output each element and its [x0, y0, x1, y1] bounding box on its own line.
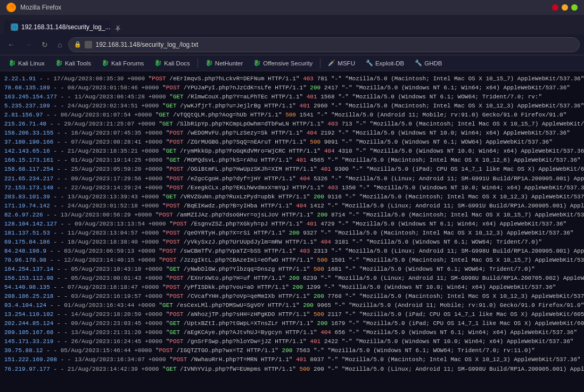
kali-tools-icon: 🐉 — [55, 60, 63, 66]
log-line: 171.19.74.142 - - 24/Aug/2023:01:52:18 +… — [4, 202, 580, 211]
bookmarks-bar: 🐉 Kali Linux 🐉 Kali Tools 🐉 Kali Forums … — [0, 55, 584, 71]
bookmark-nethunter[interactable]: 🐉 NetHunter — [201, 58, 247, 68]
lock-icon: 🔒 — [74, 41, 81, 48]
bookmark-msfu[interactable]: 🗡️ MSFU — [324, 58, 359, 68]
nethunter-icon: 🐉 — [205, 60, 213, 66]
bookmark-offensive-security[interactable]: 🐉 Offensive Security — [249, 58, 317, 68]
log-line: 37.180.190.166 - - 07/Aug/2023:00:28:41 … — [4, 138, 580, 147]
log-line: 128.104.142.127 - - 09/Aug/2023:13:13:54… — [4, 220, 580, 229]
bookmark-kali-forums[interactable]: 🐉 Kali Forums — [97, 58, 148, 68]
log-line: 78.68.135.189 - - 08/Aug/2023:01:58:46 +… — [4, 84, 580, 93]
url-bar[interactable]: 🔒 192.168.31.148/security_log_/log.txt — [68, 37, 580, 52]
maximize-button[interactable] — [571, 4, 578, 11]
log-line: 142.143.65.16 - - 21/Aug/2023:18:35:21 +… — [4, 147, 580, 156]
log-line: 145.171.33.219 - - 26/Aug/2023:16:24:45 … — [4, 337, 580, 346]
reload-button[interactable]: ↻ — [38, 38, 51, 51]
log-line: 72.153.173.148 - - 22/Aug/2023:14:29:24 … — [4, 184, 580, 193]
back-button[interactable]: ← — [4, 38, 18, 51]
kali-forums-icon: 🐉 — [102, 60, 109, 66]
log-line: 93.4.104.124 - - 01/Aug/2023:16:43:44 +0… — [4, 301, 580, 310]
forward-button[interactable]: → — [21, 38, 35, 51]
log-line: 156.153.112.98 - - 05/Aug/2023:00:01:43 … — [4, 274, 580, 283]
log-line: 2.22.1.91 - - 17/Aug/2023:08:35:30 +0000… — [4, 74, 580, 84]
exploit-db-icon: 🔧 — [366, 60, 373, 66]
bookmark-exploit-db[interactable]: 🔧 Exploit-DB — [361, 58, 408, 68]
minimize-button[interactable] — [562, 4, 568, 11]
log-line: 70.96.178.98 - - 12/Aug/2023:14:40:15 +0… — [4, 256, 580, 265]
title-bar-left: Mozilla Firefox — [6, 3, 61, 12]
bookmark-msfu-label: MSFU — [338, 60, 355, 66]
nav-bar: ← → ↻ ⌂ 🔒 192.168.31.148/security_log_/l… — [0, 34, 584, 55]
bookmark-kali-docs-label: Kali Docs — [164, 60, 190, 66]
bookmark-separator-1 — [198, 59, 198, 68]
log-line: 13.254.110.102 - - 14/Aug/2023:18:20:59 … — [4, 310, 580, 319]
tab-bar: 🌐 192.168.31.148/security_log_... ✕ + — [0, 15, 584, 34]
title-bar: Mozilla Firefox — [0, 0, 584, 15]
bookmark-ghdb-label: GHDB — [424, 60, 442, 66]
bookmark-nethunter-label: NetHunter — [215, 60, 243, 66]
firefox-logo-icon — [6, 3, 16, 12]
log-line: 151.222.169.208 - - 13/Aug/2023:16:34:07… — [4, 355, 580, 364]
tab-label: 192.168.31.148/security_log_... — [21, 23, 110, 31]
log-line: 2.81.156.97 - - 06/Aug/2023:01:07:54 +00… — [4, 111, 580, 120]
log-line: 54.140.98.135 - - 07/Aug/2023:18:18:47 +… — [4, 283, 580, 292]
bookmark-kali-linux-label: Kali Linux — [18, 60, 45, 66]
msfu-icon: 🗡️ — [328, 60, 335, 66]
log-line: 69.175.84.186 - - 18/Aug/2023:18:38:40 +… — [4, 238, 580, 247]
new-tab-button[interactable]: + — [111, 24, 125, 34]
title-bar-controls[interactable] — [552, 4, 578, 11]
log-line: 76.219.97.177 - - 21/Aug/2023:14:42:39 +… — [4, 365, 580, 374]
url-favicon-icon — [85, 41, 92, 48]
log-line: 5.235.237.109 - - 24/Aug/2023:02:34:51 +… — [4, 102, 580, 111]
tab-current[interactable]: 🌐 192.168.31.148/security_log_... ✕ — [4, 20, 111, 34]
bookmark-exploit-db-label: Exploit-DB — [375, 60, 404, 66]
log-line: 208.186.25.218 - - 03/Aug/2023:16:19:57 … — [4, 292, 580, 301]
url-text: 192.168.31.148/security_log_/log.txt — [95, 41, 198, 48]
bookmark-ghdb[interactable]: 🔧 GHDB — [410, 58, 446, 68]
log-line: 202.244.85.124 - - 09/Aug/2023:23:03:45 … — [4, 319, 580, 328]
log-line: 181.137.51.53 - - 11/Aug/2023:13:04:57 +… — [4, 229, 580, 238]
bookmark-offensive-security-label: Offensive Security — [263, 60, 312, 66]
offensive-security-icon: 🐉 — [253, 60, 261, 66]
bookmark-kali-linux[interactable]: 🐉 Kali Linux — [4, 58, 49, 68]
log-line: 84.248.198.9 - - 03/Aug/2023:06:59:13 +0… — [4, 247, 580, 256]
log-line: 164.254.137.14 - - 05/Aug/2023:10:43:10 … — [4, 265, 580, 274]
log-line: 82.6.97.226 - - 13/Aug/2023:00:56:29 +00… — [4, 211, 580, 220]
kali-linux-icon: 🐉 — [9, 60, 16, 66]
title-bar-title: Mozilla Firefox — [20, 4, 61, 11]
log-line: 166.15.173.161 - - 01/Aug/2023:19:14:25 … — [4, 156, 580, 165]
log-line: 215.26.71.40 - - 29/Aug/2023:21:25:07 +0… — [4, 120, 580, 129]
tab-favicon-icon: 🌐 — [11, 23, 18, 31]
log-line: 209.105.167.68 - - 13/Aug/2023:21:31:20 … — [4, 328, 580, 337]
bookmark-kali-tools[interactable]: 🐉 Kali Tools — [51, 58, 95, 68]
log-line: 158.206.33.155 - - 18/Aug/2023:07:45:35 … — [4, 129, 580, 138]
bookmark-kali-tools-label: Kali Tools — [65, 60, 91, 66]
close-button[interactable] — [552, 4, 558, 11]
bookmark-kali-docs[interactable]: 🐉 Kali Docs — [150, 58, 194, 68]
log-line: 221.65.234.217 - - 09/Aug/2023:17:29:56 … — [4, 174, 580, 184]
kali-docs-icon: 🐉 — [154, 60, 162, 66]
log-content[interactable]: 2.22.1.91 - - 17/Aug/2023:08:35:30 +0000… — [0, 71, 584, 392]
log-line: 158.68.117.254 - - 25/Aug/2023:05:59:20 … — [4, 165, 580, 174]
bookmark-separator-2 — [320, 59, 320, 68]
ghdb-icon: 🔧 — [415, 60, 422, 66]
bookmark-kali-forums-label: Kali Forums — [111, 60, 144, 66]
log-line: 163.245.154.177 - - 11/Aug/2023:06:45:28… — [4, 93, 580, 102]
log-line: 203.83.101.39 - - 13/Aug/2023:13:39:43 +… — [4, 193, 580, 202]
log-line: 39.75.88.12 - - 05/Aug/2023:15:46:44 +00… — [4, 346, 580, 355]
home-button[interactable]: ⌂ — [54, 38, 65, 51]
